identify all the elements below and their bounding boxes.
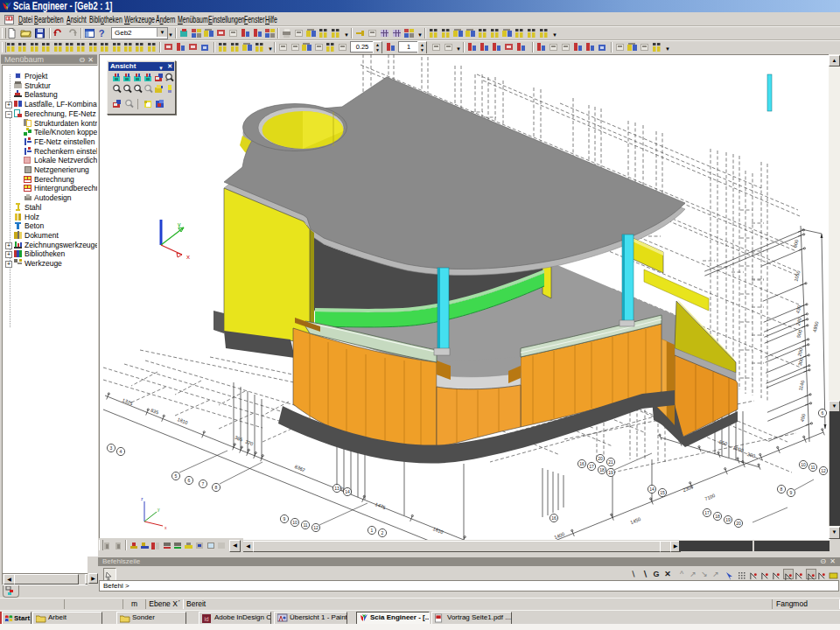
svg-text:14: 14 bbox=[649, 486, 654, 492]
svg-text:15: 15 bbox=[660, 490, 665, 495]
svg-text:6: 6 bbox=[822, 410, 824, 416]
svg-text:19: 19 bbox=[608, 470, 613, 475]
svg-text:x: x bbox=[164, 525, 167, 530]
svg-text:19: 19 bbox=[725, 517, 731, 522]
svg-text:17: 17 bbox=[589, 464, 594, 469]
svg-text:z: z bbox=[141, 496, 144, 501]
svg-text:y: y bbox=[158, 507, 160, 512]
svg-text:1810: 1810 bbox=[432, 526, 444, 535]
svg-text:18: 18 bbox=[599, 467, 605, 472]
svg-text:x: x bbox=[186, 253, 190, 261]
svg-text:430: 430 bbox=[794, 304, 802, 313]
svg-text:10: 10 bbox=[292, 520, 298, 525]
svg-text:16: 16 bbox=[551, 515, 556, 521]
svg-text:4950: 4950 bbox=[812, 321, 820, 332]
svg-text:1450: 1450 bbox=[629, 516, 641, 525]
svg-text:8: 8 bbox=[780, 486, 783, 492]
svg-text:12: 12 bbox=[313, 525, 318, 530]
svg-text:9: 9 bbox=[790, 490, 793, 495]
svg-text:600: 600 bbox=[792, 239, 799, 248]
svg-text:14: 14 bbox=[345, 489, 350, 494]
svg-text:8362: 8362 bbox=[294, 464, 306, 472]
svg-text:8: 8 bbox=[215, 485, 218, 490]
svg-text:?: ? bbox=[99, 28, 105, 38]
svg-text:y: y bbox=[178, 221, 181, 228]
svg-text:+: + bbox=[165, 77, 169, 82]
svg-text:6: 6 bbox=[188, 478, 191, 483]
svg-text:2: 2 bbox=[382, 530, 384, 536]
svg-text:16: 16 bbox=[579, 461, 584, 466]
svg-text:5: 5 bbox=[175, 473, 178, 479]
svg-text:12: 12 bbox=[821, 468, 826, 473]
svg-text:13: 13 bbox=[334, 486, 340, 491]
svg-text:4: 4 bbox=[120, 449, 122, 454]
svg-text:1140: 1140 bbox=[798, 380, 806, 391]
svg-text:17: 17 bbox=[704, 510, 710, 515]
svg-text:1810: 1810 bbox=[177, 416, 189, 425]
svg-text:7: 7 bbox=[202, 481, 205, 486]
svg-text:18: 18 bbox=[715, 514, 720, 519]
svg-text:370: 370 bbox=[244, 439, 254, 447]
svg-text:10: 10 bbox=[801, 462, 806, 467]
svg-text:450: 450 bbox=[799, 413, 806, 422]
svg-text:1000: 1000 bbox=[732, 444, 744, 452]
svg-text:2300: 2300 bbox=[682, 484, 694, 493]
svg-text:3: 3 bbox=[110, 445, 113, 451]
svg-text:21: 21 bbox=[608, 459, 613, 465]
svg-text:1475: 1475 bbox=[374, 501, 387, 510]
svg-text:300: 300 bbox=[746, 452, 756, 458]
svg-text:1: 1 bbox=[371, 528, 374, 533]
svg-text:1050: 1050 bbox=[793, 270, 801, 282]
svg-text:7100: 7100 bbox=[704, 493, 716, 501]
svg-text:365: 365 bbox=[234, 435, 243, 443]
svg-text:11: 11 bbox=[810, 465, 815, 470]
svg-text:id: id bbox=[205, 616, 209, 622]
svg-text:500: 500 bbox=[796, 329, 803, 338]
svg-text:11: 11 bbox=[303, 522, 307, 528]
svg-text:9: 9 bbox=[284, 516, 286, 522]
svg-text:20: 20 bbox=[598, 456, 603, 461]
svg-text:550: 550 bbox=[718, 439, 728, 446]
svg-text:20: 20 bbox=[736, 521, 741, 526]
